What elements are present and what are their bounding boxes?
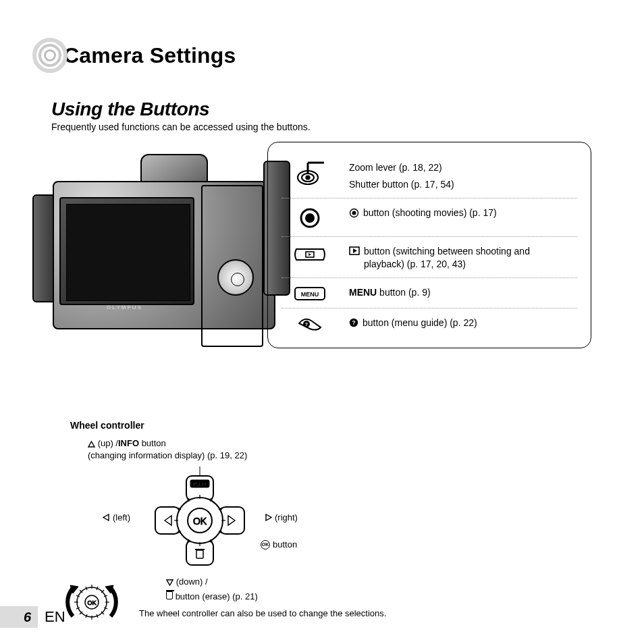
divider [281,236,577,237]
triangle-right-icon [265,514,272,521]
page-number: 6 [0,606,38,628]
zoom-lever-icon [281,160,338,188]
wheel-controller-area: Wheel controller (up) /INFO button (chan… [51,420,612,622]
camera-illustration: OLYMPUS [53,154,282,356]
page-header: Camera Settings [32,38,612,73]
guide-button-icon: ? [281,315,338,331]
wheel-note: The wheel controller can also be used to… [139,608,386,618]
wheel-up-label: (up) /INFO button (changing information … [88,437,612,461]
playback-glyph-icon [349,246,360,255]
wheel-down-label: (down) / button (erase) (p. 21) [166,576,258,603]
brand-label: OLYMPUS [107,304,142,311]
figure-area: OLYMPUS Zoom lev [32,147,612,417]
page-footer: 6 EN [0,606,65,628]
rotation-icon: OK [65,579,119,626]
legend-zoom-shutter: Zoom lever (p. 18, 22) Shutter button (p… [281,160,577,191]
legend-playback: button (switching between shooting and p… [281,244,577,271]
svg-marker-45 [266,514,271,520]
legend-text: Shutter button (p. 17, 54) [349,178,454,191]
svg-text:INFO: INFO [193,481,206,487]
legend-text: button (shooting movies) (p. 17) [363,207,497,219]
page-title: Camera Settings [63,43,236,68]
legend-box: Zoom lever (p. 18, 22) Shutter button (p… [267,142,591,348]
svg-text:OK: OK [193,516,207,527]
legend-text: button (menu guide) (p. 22) [363,317,477,329]
triangle-down-icon [166,579,173,586]
svg-marker-46 [167,580,173,585]
legend-movie: button (shooting movies) (p. 17) [281,205,577,230]
svg-point-2 [306,176,310,180]
svg-text:?: ? [352,319,356,326]
svg-point-6 [352,211,356,215]
section-intro: Frequently used functions can be accesse… [51,122,612,132]
question-glyph-icon: ? [349,318,358,327]
playback-button-icon [281,244,338,264]
triangle-left-icon [103,514,110,521]
svg-marker-10 [353,248,357,253]
legend-menu: MENU MENU button (p. 9) [281,285,577,301]
wheel-right-label: (right) [265,512,298,522]
legend-text: MENU button (p. 9) [349,286,431,299]
svg-point-4 [305,213,315,223]
section-title: Using the Buttons [51,99,612,120]
legend-guide: ? ? button (menu guide) (p. 22) [281,315,577,331]
divider [281,308,577,308]
record-button-icon [281,205,338,230]
swirl-icon [32,38,68,73]
triangle-up-icon [88,441,95,448]
wheel-left-label: (left) [103,512,130,522]
divider [281,277,577,278]
wheel-title: Wheel controller [70,420,612,431]
svg-marker-44 [103,514,109,520]
divider [281,198,577,198]
language-label: EN [45,608,65,626]
svg-text:OK: OK [87,599,96,606]
trash-icon [166,591,173,599]
svg-marker-17 [88,441,95,447]
menu-button-icon: MENU [281,285,338,301]
record-glyph-icon [349,208,359,218]
ok-glyph-icon: OK [261,540,270,549]
svg-text:MENU: MENU [301,291,319,298]
legend-text: Zoom lever (p. 18, 22) [349,161,442,174]
wheel-controller-icon: OK INFO [146,466,254,574]
legend-text: button (switching between shooting and p… [364,245,553,271]
svg-text:?: ? [305,322,308,327]
wheel-ok-label: OK button [261,539,297,549]
